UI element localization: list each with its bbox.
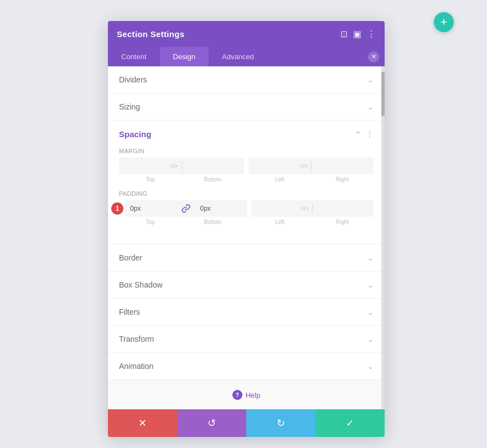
margin-tb-labels: Top Bottom xyxy=(119,176,244,183)
modal-title: Section Settings xyxy=(117,29,184,39)
scrollbar-track xyxy=(381,66,385,409)
padding-label: Padding xyxy=(119,190,374,197)
animation-section[interactable]: Animation ⌄ xyxy=(108,353,385,380)
help-icon: ? xyxy=(232,390,242,400)
transform-label: Transform xyxy=(119,335,154,343)
reset-icon: ↺ xyxy=(208,417,216,429)
modal-header: Section Settings ⊡ ▣ ⋮ xyxy=(108,21,385,47)
box-shadow-label: Box Shadow xyxy=(119,280,163,289)
margin-label: Margin xyxy=(119,148,374,154)
padding-top-bottom-pair: 0px 0px xyxy=(125,200,247,217)
padding-bottom-label: Bottom xyxy=(182,219,244,225)
help-label: Help xyxy=(246,391,261,399)
transform-section[interactable]: Transform ⌄ xyxy=(108,326,385,353)
spacing-header-icons: ⌃ ⋮ xyxy=(355,130,374,139)
columns-icon[interactable]: ▣ xyxy=(353,29,361,39)
margin-bottom-input[interactable] xyxy=(182,158,245,174)
margin-left-wrap: </> xyxy=(248,158,311,174)
padding-sub-labels: Top Bottom Left Right xyxy=(119,219,374,225)
transform-chevron: ⌄ xyxy=(367,335,374,343)
margin-right-wrap xyxy=(312,158,374,174)
sizing-chevron: ⌄ xyxy=(367,103,374,111)
filters-chevron: ⌄ xyxy=(367,308,374,316)
padding-top-input[interactable]: 0px xyxy=(125,200,177,217)
box-shadow-chevron: ⌄ xyxy=(367,281,374,289)
padding-link-btn[interactable] xyxy=(177,200,195,217)
help-row[interactable]: ? Help xyxy=(108,380,385,409)
border-chevron: ⌄ xyxy=(367,254,374,262)
margin-left-right-pair: </> xyxy=(248,158,374,174)
tab-close-button[interactable]: ✕ xyxy=(368,51,379,62)
tab-content[interactable]: Content xyxy=(108,47,160,66)
margin-bottom-label: Bottom xyxy=(182,176,244,183)
section-settings-modal: Section Settings ⊡ ▣ ⋮ Content Design Ad… xyxy=(108,21,385,437)
padding-right-input[interactable] xyxy=(313,200,374,217)
padding-bottom-input[interactable]: 0px xyxy=(195,200,247,217)
border-label: Border xyxy=(119,253,142,262)
padding-fields-row: 0px 0px xyxy=(125,200,374,217)
padding-badge: 1 xyxy=(111,202,123,215)
margin-fields-row: </> </> xyxy=(119,158,374,174)
margin-lr-labels: Left Right xyxy=(248,176,374,183)
modal-body-wrap: Dividers ⌄ Sizing ⌄ Spacing ⌃ ⋮ xyxy=(108,66,385,409)
margin-top-code-btn[interactable]: </> xyxy=(170,163,178,169)
margin-bottom-wrap xyxy=(182,158,245,174)
spacing-title: Spacing xyxy=(119,129,151,139)
margin-right-input[interactable] xyxy=(312,158,374,174)
padding-bottom-wrap: 0px xyxy=(195,200,247,217)
margin-left-label: Left xyxy=(248,176,311,183)
padding-left-label: Left xyxy=(248,219,311,225)
reset-button[interactable]: ↺ xyxy=(177,409,246,437)
padding-tb-labels: Top Bottom xyxy=(119,219,244,225)
border-section[interactable]: Border ⌄ xyxy=(108,244,385,272)
dividers-chevron: ⌄ xyxy=(367,76,374,84)
spacing-collapse-icon[interactable]: ⌃ xyxy=(355,130,361,139)
cancel-icon: ✕ xyxy=(138,417,147,429)
margin-top-wrap: </> xyxy=(119,158,182,174)
cancel-button[interactable]: ✕ xyxy=(108,409,177,437)
margin-right-label: Right xyxy=(311,176,374,183)
modal-header-icons: ⊡ ▣ ⋮ xyxy=(340,29,376,39)
redo-icon: ↻ xyxy=(277,417,285,429)
tab-advanced[interactable]: Advanced xyxy=(209,47,267,66)
modal-body: Dividers ⌄ Sizing ⌄ Spacing ⌃ ⋮ xyxy=(108,66,385,409)
scrollbar-thumb[interactable] xyxy=(381,72,385,116)
spacing-section: Spacing ⌃ ⋮ Margin </> xyxy=(108,121,385,244)
margin-top-bottom-pair: </> xyxy=(119,158,244,174)
dividers-label: Dividers xyxy=(119,75,147,84)
padding-right-wrap xyxy=(313,200,374,217)
padding-top-label: Top xyxy=(119,219,182,225)
padding-top-wrap: 0px xyxy=(125,200,177,217)
save-icon: ✓ xyxy=(346,417,354,429)
filters-section[interactable]: Filters ⌄ xyxy=(108,299,385,326)
fab-button[interactable]: + xyxy=(434,12,454,32)
plus-icon: + xyxy=(441,15,448,29)
redo-button[interactable]: ↻ xyxy=(246,409,315,437)
margin-left-code-btn[interactable]: </> xyxy=(299,163,307,169)
save-button[interactable]: ✓ xyxy=(315,409,385,437)
tabs-bar: Content Design Advanced ✕ xyxy=(108,47,385,66)
sizing-label: Sizing xyxy=(119,102,140,111)
padding-row-wrap: 1 0px xyxy=(119,200,374,217)
filters-label: Filters xyxy=(119,308,140,316)
padding-left-right-pair: </> xyxy=(251,200,374,217)
fullscreen-icon[interactable]: ⊡ xyxy=(340,29,348,39)
dividers-section[interactable]: Dividers ⌄ xyxy=(108,66,385,93)
padding-left-wrap: </> xyxy=(251,200,312,217)
padding-right-label: Right xyxy=(311,219,374,225)
margin-sub-labels: Top Bottom Left Right xyxy=(119,176,374,183)
animation-label: Animation xyxy=(119,362,153,371)
modal-footer: ✕ ↺ ↻ ✓ xyxy=(108,409,385,437)
spacing-header: Spacing ⌃ ⋮ xyxy=(119,129,374,139)
box-shadow-section[interactable]: Box Shadow ⌄ xyxy=(108,272,385,299)
padding-left-code-btn[interactable]: </> xyxy=(301,206,309,212)
tab-design[interactable]: Design xyxy=(160,47,209,66)
padding-lr-labels: Left Right xyxy=(248,219,374,225)
margin-group: Margin </> xyxy=(119,148,374,183)
more-icon[interactable]: ⋮ xyxy=(367,29,376,39)
spacing-more-icon[interactable]: ⋮ xyxy=(366,130,374,139)
animation-chevron: ⌄ xyxy=(367,362,374,371)
link-icon xyxy=(182,204,190,213)
sizing-section[interactable]: Sizing ⌄ xyxy=(108,93,385,121)
padding-group: Padding 1 0px xyxy=(119,190,374,225)
